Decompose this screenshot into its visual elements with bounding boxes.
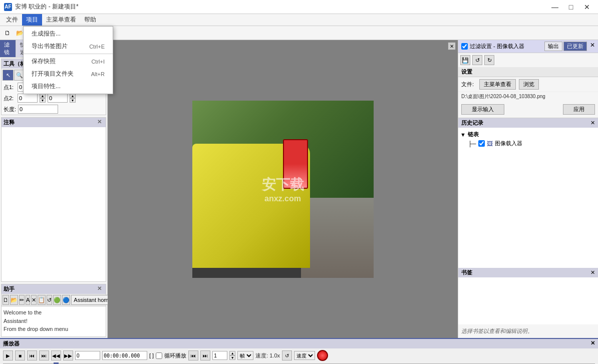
toolbar-btn-1[interactable]: 🗋 — [2, 28, 13, 39]
player-stop-btn[interactable]: ■ — [15, 350, 25, 360]
maximize-button[interactable]: □ — [564, 2, 578, 12]
history-close[interactable]: ✕ — [590, 120, 595, 126]
player-prev-frame-btn[interactable]: ⏮ — [27, 350, 37, 360]
toolbar-btn-5[interactable]: ⚙ — [57, 28, 68, 39]
sidebar-tab-denoise[interactable]: 降噪 — [33, 40, 49, 57]
point1-x-input[interactable] — [18, 83, 38, 92]
assistant-btn-7[interactable]: ↺ — [47, 295, 52, 305]
sidebar-tab-composite[interactable]: 合成 — [85, 40, 101, 57]
player-frame-input[interactable] — [212, 351, 227, 360]
player-loop-checkbox[interactable] — [156, 352, 162, 359]
browse-button[interactable]: 浏览 — [519, 79, 539, 90]
point2-x-down[interactable]: ▼ — [40, 98, 46, 103]
notes-header: 注释 ✕ — [2, 118, 106, 127]
toolbar-btn-3[interactable]: ◀ — [30, 28, 41, 39]
filter-tab-output[interactable]: 输出 — [544, 42, 562, 51]
display-input-button[interactable]: 显示输入 — [461, 104, 504, 115]
point1-row: 点1: ▲ ▼ ▲ ▼ — [2, 82, 106, 93]
player-timecode[interactable] — [102, 351, 147, 360]
tool-plus[interactable]: + — [83, 70, 94, 81]
tools-close[interactable]: ✕ — [95, 61, 104, 67]
length-row: 长度: — [2, 104, 106, 115]
menu-bar: 文件 项目 主菜单查看 帮助 — [0, 14, 598, 26]
assistant-btn-9[interactable]: 🔵 — [62, 295, 70, 305]
filter-close-icon[interactable]: ✕ — [590, 42, 595, 51]
assistant-btn-5[interactable]: ✕ — [31, 295, 37, 305]
player-speed-select[interactable]: 速度 — [294, 351, 315, 360]
sidebar-tab-filter[interactable]: 滤镜 — [0, 40, 16, 57]
filter-icon-3[interactable]: ↻ — [484, 55, 494, 65]
point1-y-up[interactable]: ▲ — [70, 83, 76, 87]
tool-rect[interactable]: □ — [26, 70, 37, 81]
sidebar-tab-stabilize[interactable]: 稳定 — [69, 40, 85, 57]
player-next2-btn[interactable]: ⏭ — [200, 350, 210, 360]
assistant-btn-4[interactable]: A — [26, 295, 30, 305]
player-prev-btn[interactable]: ◀◀ — [51, 350, 61, 360]
point1-x-up[interactable]: ▲ — [40, 83, 46, 87]
toolbar-btn-2[interactable]: 📂 — [14, 28, 25, 39]
point2-y-up[interactable]: ▲ — [70, 94, 76, 98]
player-header: 播放器 ✕ — [0, 339, 598, 348]
point2-y-down[interactable]: ▼ — [70, 98, 76, 103]
tool-cross[interactable]: ✚ — [49, 70, 60, 81]
menu-view[interactable]: 主菜单查看 — [42, 14, 80, 26]
toolbar: 🗋 📂 ◀ ▶ ⚙ — [0, 26, 598, 40]
assistant-btn-6[interactable]: 📋 — [38, 295, 46, 305]
assistant-title: 助手 — [4, 285, 15, 293]
menu-file[interactable]: 文件 — [2, 14, 22, 26]
tool-s[interactable]: S — [72, 70, 83, 81]
filter-enable-checkbox[interactable] — [461, 43, 468, 50]
point2-x-up[interactable]: ▲ — [40, 94, 46, 98]
player-prev2-btn[interactable]: ⏮ — [188, 350, 198, 360]
assistant-btn-1[interactable]: 🗋 — [3, 295, 9, 305]
canvas-close-button[interactable]: ✕ — [448, 42, 456, 50]
player-play-btn[interactable]: ▶ — [3, 350, 13, 360]
player-bracket-left: [ ] — [149, 352, 154, 358]
player-time-input[interactable] — [75, 351, 100, 360]
tool-grid[interactable]: ⊞ — [60, 70, 71, 81]
notes-close[interactable]: ✕ — [95, 119, 104, 126]
player-close[interactable]: ✕ — [590, 340, 595, 347]
assistant-btn-2[interactable]: 📂 — [10, 295, 18, 305]
browse-main-button[interactable]: 主菜单查看 — [479, 79, 516, 90]
player-record-btn[interactable] — [317, 350, 328, 361]
player-fwd-btn[interactable]: ▶▶ — [63, 350, 73, 360]
player-title: 播放器 — [3, 340, 20, 347]
history-item-icon: 🖼 — [487, 140, 493, 147]
sidebar-expand[interactable]: ▶ — [101, 40, 107, 57]
filter-icon-2[interactable]: ↺ — [472, 55, 482, 65]
minimize-button[interactable]: — — [548, 2, 562, 12]
filter-icon-1[interactable]: 💾 — [460, 55, 470, 65]
player-frame-select[interactable]: 帧 — [237, 351, 253, 360]
player-speed-reset-btn[interactable]: ↺ — [282, 350, 292, 360]
length-input[interactable] — [18, 105, 58, 114]
close-button[interactable]: ✕ — [580, 2, 594, 12]
point1-x-down[interactable]: ▼ — [40, 87, 46, 92]
point2-y-input[interactable] — [48, 94, 68, 103]
apply-button[interactable]: 应用 — [563, 104, 595, 115]
tool-select[interactable]: ↖ — [3, 70, 14, 81]
sidebar-tab-deblur[interactable]: 去模糊 — [49, 40, 69, 57]
player-frame-up[interactable]: ▲ — [229, 351, 235, 355]
point1-y-input[interactable] — [48, 83, 68, 92]
player-frame-down[interactable]: ▼ — [229, 355, 235, 360]
canvas-image: 安下载 anxz.com — [192, 101, 374, 278]
bookmarks-close[interactable]: ✕ — [590, 269, 595, 276]
assistant-btn-3[interactable]: ✏ — [19, 295, 25, 305]
toolbar-btn-4[interactable]: ▶ — [42, 28, 53, 39]
tool-zoom[interactable]: 🔍 — [14, 70, 25, 81]
assistant-text-line1: Welcome to the — [4, 308, 104, 317]
sidebar-tab-quick[interactable]: 快速 — [16, 40, 32, 57]
history-item-checkbox[interactable] — [478, 140, 485, 147]
menu-help[interactable]: 帮助 — [80, 14, 100, 26]
filter-tab-updated[interactable]: 已更新 — [563, 42, 587, 51]
tool-region[interactable]: ⬚ — [37, 70, 48, 81]
player-next-frame-btn[interactable]: ⏭ — [39, 350, 49, 360]
menu-project[interactable]: 项目 — [22, 14, 42, 26]
point2-x-input[interactable] — [18, 94, 38, 103]
point1-y-down[interactable]: ▼ — [70, 87, 76, 92]
display-row: 显示输入 应用 — [458, 103, 598, 116]
player-frame-spin: ▲ ▼ — [229, 351, 235, 360]
assistant-close[interactable]: ✕ — [95, 285, 104, 293]
assistant-btn-8[interactable]: 🟢 — [53, 295, 61, 305]
